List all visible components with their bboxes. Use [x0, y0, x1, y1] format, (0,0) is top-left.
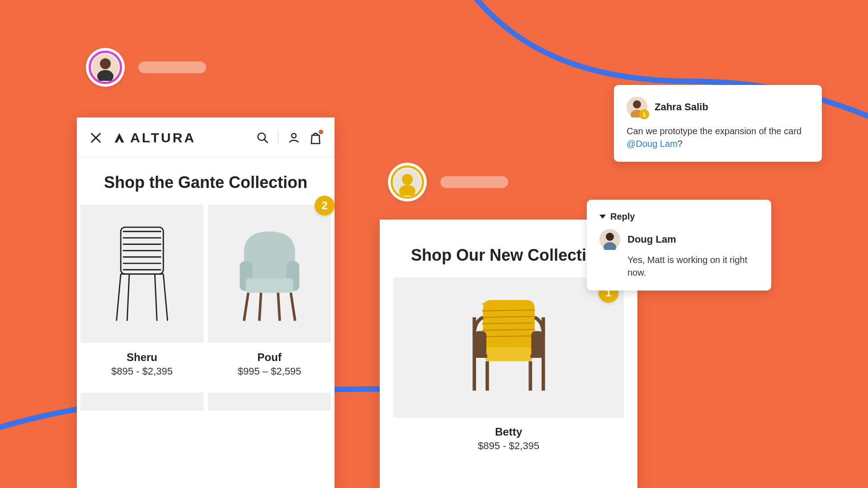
- comment-text-pre: Can we prototype the expansion of the ca…: [627, 126, 802, 136]
- product-image: [428, 291, 590, 404]
- reply-card[interactable]: Reply Doug Lam Yes, Matt is working on i…: [587, 200, 771, 291]
- product-name: Sheru: [80, 351, 203, 364]
- comment-author: Zahra Salib: [655, 101, 708, 113]
- product-info: Betty $895 - $2,395: [393, 418, 624, 456]
- bag-notification-dot: [319, 130, 323, 134]
- comment-body: Yes, Matt is working on it right now.: [627, 253, 759, 279]
- product-tile[interactable]: [80, 205, 203, 343]
- product-tile[interactable]: 2: [208, 205, 331, 343]
- brand-logo[interactable]: ALTURA: [113, 130, 196, 145]
- collaborator-cursor-2: [388, 163, 508, 202]
- svg-point-16: [633, 100, 641, 108]
- caret-down-icon: [599, 215, 606, 219]
- product-price: $895 - $2,395: [80, 366, 203, 377]
- product-image: [226, 219, 312, 329]
- brand-name: ALTURA: [130, 130, 196, 145]
- product-image: [99, 219, 185, 329]
- avatar: 1: [627, 97, 647, 117]
- svg-rect-12: [485, 347, 532, 361]
- product-name: Betty: [393, 426, 624, 438]
- svg-rect-13: [474, 331, 486, 357]
- avatar: [92, 54, 119, 81]
- svg-rect-11: [245, 278, 293, 292]
- comment-body: Can we prototype the expansion of the ca…: [627, 125, 809, 150]
- svg-rect-14: [531, 331, 543, 357]
- svg-point-19: [606, 233, 614, 241]
- reply-toggle[interactable]: Reply: [599, 211, 759, 222]
- comment-card[interactable]: 1 Zahra Salib Can we prototype the expan…: [614, 85, 822, 162]
- brand-mark-icon: [113, 131, 126, 144]
- comment-text-post: ?: [678, 139, 683, 149]
- comment-number-badge: 1: [639, 109, 649, 119]
- close-icon[interactable]: [90, 131, 102, 144]
- search-icon[interactable]: [256, 131, 269, 144]
- bag-icon[interactable]: [309, 131, 322, 145]
- collaborator-cursor-1: [86, 48, 206, 87]
- comment-author: Doug Lam: [627, 234, 676, 245]
- svg-point-1: [100, 58, 111, 69]
- product-grid: Sheru $895 - $2,395 2: [77, 205, 335, 382]
- svg-point-4: [402, 174, 413, 185]
- cursor-label-pill: [440, 176, 508, 188]
- app-header: ALTURA: [77, 117, 335, 157]
- reply-label: Reply: [610, 211, 635, 222]
- product-grid-row-2: [77, 393, 335, 411]
- divider: [278, 131, 278, 144]
- product-info: Sheru $895 - $2,395: [80, 343, 203, 382]
- cursor-label-pill: [138, 61, 206, 73]
- product-price: $895 - $2,395: [393, 440, 624, 452]
- mention-link[interactable]: @Doug Lam: [627, 139, 678, 149]
- avatar: [394, 169, 421, 196]
- product-tile[interactable]: [208, 393, 331, 411]
- product-info: Pouf $995 – $2,595: [208, 343, 331, 382]
- svg-point-7: [292, 133, 296, 138]
- product-price: $995 – $2,595: [208, 366, 331, 377]
- product-tile[interactable]: 1: [393, 277, 624, 418]
- product-tile[interactable]: [80, 393, 203, 411]
- product-name: Pouf: [208, 351, 331, 364]
- mobile-mock-1: ALTURA Shop the Gante Collection: [77, 117, 335, 488]
- comment-badge[interactable]: 2: [315, 196, 335, 216]
- account-icon[interactable]: [288, 131, 300, 144]
- section-title: Shop the Gante Collection: [77, 157, 335, 205]
- avatar: [599, 229, 620, 250]
